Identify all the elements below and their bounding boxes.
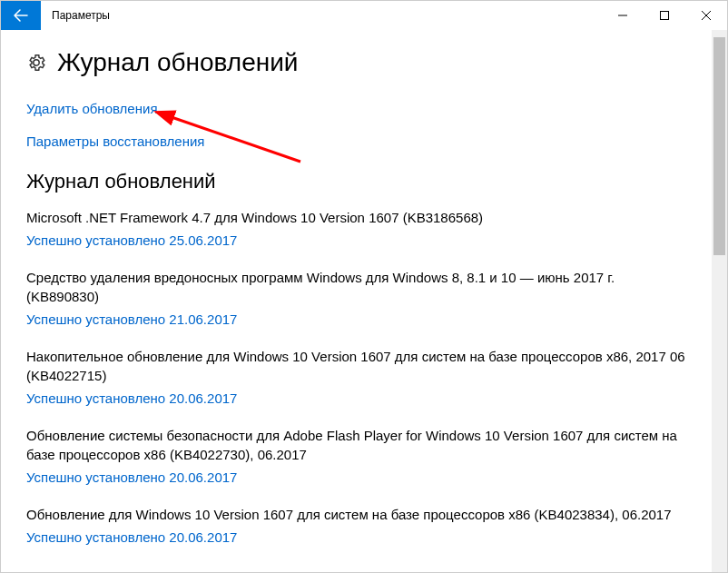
content-area: Журнал обновлений Удалить обновления Пар… [1, 30, 712, 572]
back-arrow-icon [14, 8, 28, 23]
maximize-icon [660, 11, 669, 20]
close-button[interactable] [685, 1, 727, 30]
update-name: Накопительное обновление для Windows 10 … [26, 347, 686, 385]
update-status[interactable]: Успешно установлено 21.06.2017 [26, 311, 686, 327]
back-button[interactable] [1, 1, 41, 30]
maximize-button[interactable] [644, 1, 685, 30]
update-status[interactable]: Успешно установлено 20.06.2017 [26, 390, 686, 406]
recovery-options-link[interactable]: Параметры восстановления [26, 133, 204, 149]
update-item: Накопительное обновление для Windows 10 … [26, 347, 686, 406]
vertical-scrollbar[interactable] [712, 30, 727, 572]
update-item: Средство удаления вредоносных программ W… [26, 268, 686, 327]
settings-window: Параметры Журнал обновлений Удалить об [0, 0, 728, 573]
minimize-icon [618, 11, 627, 20]
titlebar: Параметры [1, 1, 727, 30]
update-name: Обновление системы безопасности для Adob… [26, 426, 686, 464]
window-title: Параметры [41, 1, 602, 30]
content-wrap: Журнал обновлений Удалить обновления Пар… [1, 30, 727, 572]
update-name: Обновление для Windows 10 Version 1607 д… [26, 505, 686, 524]
gear-icon [26, 53, 46, 73]
update-status[interactable]: Успешно установлено 25.06.2017 [26, 232, 686, 248]
uninstall-updates-link[interactable]: Удалить обновления [26, 101, 158, 116]
section-title: Журнал обновлений [26, 170, 686, 193]
update-name: Средство удаления вредоносных программ W… [26, 268, 686, 306]
window-controls [602, 1, 727, 30]
page-header: Журнал обновлений [26, 48, 686, 77]
close-icon [702, 11, 711, 20]
update-item: Обновление для Windows 10 Version 1607 д… [26, 505, 686, 545]
update-status[interactable]: Успешно установлено 20.06.2017 [26, 469, 686, 485]
page-title: Журнал обновлений [57, 48, 298, 77]
update-item: Microsoft .NET Framework 4.7 для Windows… [26, 208, 686, 248]
minimize-button[interactable] [602, 1, 644, 30]
update-name: Microsoft .NET Framework 4.7 для Windows… [26, 208, 686, 227]
update-status[interactable]: Успешно установлено 20.06.2017 [26, 529, 686, 545]
svg-rect-0 [661, 12, 669, 20]
update-item: Обновление системы безопасности для Adob… [26, 426, 686, 485]
scrollbar-thumb[interactable] [713, 37, 725, 255]
